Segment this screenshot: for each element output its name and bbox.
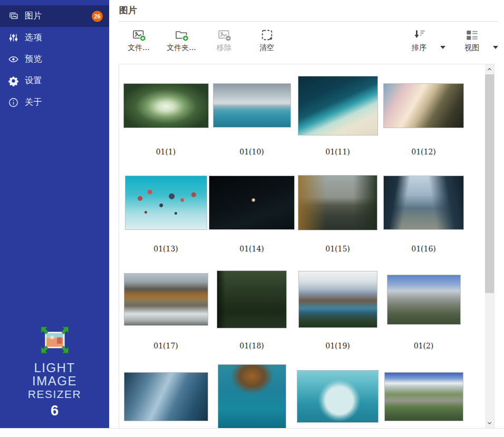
gallery-item[interactable]: 01(15) bbox=[295, 161, 381, 258]
thumbnail-image[interactable] bbox=[217, 270, 287, 328]
app-version: 6 bbox=[0, 403, 109, 419]
image-count-badge: 26 bbox=[92, 11, 103, 22]
add-file-icon bbox=[132, 28, 146, 42]
thumbnail-caption: 01(10) bbox=[239, 148, 264, 156]
thumbnail-image[interactable] bbox=[124, 273, 208, 326]
scroll-up-button[interactable] bbox=[485, 65, 494, 74]
add-files-button[interactable]: 文件... bbox=[120, 26, 158, 54]
scrollbar-thumb[interactable] bbox=[485, 74, 494, 293]
sidebar: 图片 26 选项 预览 设置 关于 LIGHT IMAGE RESIZER 6 bbox=[0, 0, 109, 429]
gallery-item[interactable]: 01(19) bbox=[295, 258, 381, 355]
thumbnail-image[interactable] bbox=[124, 372, 208, 421]
light-image-resizer-window: 图片 26 选项 预览 设置 关于 LIGHT IMAGE RESIZER 6 … bbox=[0, 0, 504, 437]
thumbnail-image[interactable] bbox=[209, 176, 295, 230]
sidebar-item-images[interactable]: 图片 26 bbox=[0, 5, 109, 27]
thumbnail-caption: 01(15) bbox=[325, 245, 350, 253]
thumbnail-image[interactable] bbox=[123, 83, 209, 128]
thumbnail-image[interactable] bbox=[213, 83, 291, 128]
scroll-down-button[interactable] bbox=[485, 419, 494, 428]
thumbnail-caption: 01(2) bbox=[414, 342, 434, 350]
add-folder-button[interactable]: 文件夹... bbox=[162, 26, 200, 54]
thumbnail-image[interactable] bbox=[383, 176, 464, 230]
gallery-item[interactable]: 01(14) bbox=[209, 161, 295, 258]
gallery-item[interactable]: 01(13) bbox=[123, 161, 209, 258]
gallery-item[interactable] bbox=[381, 355, 467, 428]
gallery-item[interactable]: 01(2) bbox=[381, 258, 467, 355]
thumbnail-caption: 01(16) bbox=[411, 245, 436, 253]
thumbnail-caption: 01(19) bbox=[325, 342, 350, 350]
gear-icon bbox=[8, 75, 19, 86]
thumbnail-image[interactable] bbox=[298, 175, 377, 230]
gallery-item[interactable] bbox=[123, 355, 209, 428]
gallery-item[interactable]: 01(1) bbox=[123, 64, 209, 161]
thumbnail-caption: 01(11) bbox=[325, 148, 350, 156]
thumbnail-image[interactable] bbox=[298, 271, 377, 328]
app-logo-text: LIGHT bbox=[0, 361, 109, 374]
sort-icon bbox=[412, 28, 427, 42]
thumbnail-image[interactable] bbox=[297, 370, 379, 423]
main-content: 图片 文件... 文件夹... 移除 清空 排序 视图 01(1) 01(10) bbox=[109, 0, 504, 429]
eye-icon bbox=[8, 54, 19, 65]
thumbnail-caption: 01(1) bbox=[156, 148, 176, 156]
thumbnail-caption: 01(13) bbox=[153, 245, 178, 253]
gallery-item[interactable]: 01(12) bbox=[381, 64, 467, 161]
sort-dropdown-caret[interactable] bbox=[440, 46, 445, 49]
images-icon bbox=[8, 11, 19, 22]
sidebar-item-settings[interactable]: 设置 bbox=[0, 70, 109, 92]
sidebar-item-about[interactable]: 关于 bbox=[0, 92, 109, 113]
thumbnail-image[interactable] bbox=[125, 176, 207, 230]
page-title: 图片 bbox=[119, 4, 137, 16]
remove-image-button[interactable]: 移除 bbox=[205, 26, 243, 54]
title-divider bbox=[119, 21, 498, 22]
thumbnail-image[interactable] bbox=[298, 76, 378, 135]
gallery-item[interactable]: 01(17) bbox=[123, 258, 209, 355]
info-icon bbox=[8, 97, 19, 108]
toolbar-right-group: 排序 视图 bbox=[400, 26, 498, 54]
view-icon bbox=[465, 28, 479, 42]
toolbar: 文件... 文件夹... 移除 清空 排序 视图 bbox=[120, 26, 498, 60]
thumbnail-image[interactable] bbox=[384, 372, 463, 421]
app-logo-text: RESIZER bbox=[0, 387, 109, 401]
view-group: 视图 bbox=[453, 26, 498, 54]
sliders-icon bbox=[8, 32, 19, 43]
gallery-item[interactable]: 01(16) bbox=[381, 161, 467, 258]
status-bar bbox=[0, 428, 504, 437]
thumbnail-grid: 01(1) 01(10) 01(11) 01(12) 01(13) 01(14)… bbox=[119, 64, 484, 428]
clear-list-button[interactable]: 清空 bbox=[248, 26, 286, 54]
thumbnail-image[interactable] bbox=[383, 83, 464, 128]
sidebar-nav: 图片 26 选项 预览 设置 关于 bbox=[0, 0, 109, 113]
sort-group: 排序 bbox=[400, 26, 445, 54]
thumbnail-caption: 01(17) bbox=[153, 342, 178, 350]
sort-button[interactable]: 排序 bbox=[400, 26, 438, 54]
view-button[interactable]: 视图 bbox=[453, 26, 491, 54]
resizer-logo-icon bbox=[37, 324, 72, 356]
gallery-item[interactable] bbox=[209, 355, 295, 428]
gallery-item[interactable]: 01(11) bbox=[295, 64, 381, 161]
thumbnail-caption: 01(12) bbox=[411, 148, 436, 156]
scrollbar[interactable] bbox=[485, 64, 494, 428]
image-list-panel: 01(1) 01(10) 01(11) 01(12) 01(13) 01(14)… bbox=[119, 64, 495, 429]
app-logo-text: IMAGE bbox=[0, 374, 109, 387]
thumbnail-image[interactable] bbox=[387, 275, 461, 325]
remove-image-icon bbox=[217, 28, 231, 42]
gallery-item[interactable]: 01(18) bbox=[209, 258, 295, 355]
sidebar-item-options[interactable]: 选项 bbox=[0, 27, 109, 48]
thumbnail-caption: 01(18) bbox=[239, 342, 264, 350]
app-logo: LIGHT IMAGE RESIZER 6 bbox=[0, 324, 109, 419]
gallery-item[interactable] bbox=[295, 355, 381, 428]
thumbnail-caption: 01(14) bbox=[239, 245, 264, 253]
toolbar-left-group: 文件... 文件夹... 移除 清空 bbox=[120, 26, 286, 54]
add-folder-icon bbox=[175, 28, 189, 42]
clear-icon bbox=[260, 28, 274, 42]
sidebar-item-preview[interactable]: 预览 bbox=[0, 48, 109, 70]
thumbnail-image[interactable] bbox=[218, 364, 286, 428]
gallery-item[interactable]: 01(10) bbox=[209, 64, 295, 161]
view-dropdown-caret[interactable] bbox=[493, 46, 498, 49]
